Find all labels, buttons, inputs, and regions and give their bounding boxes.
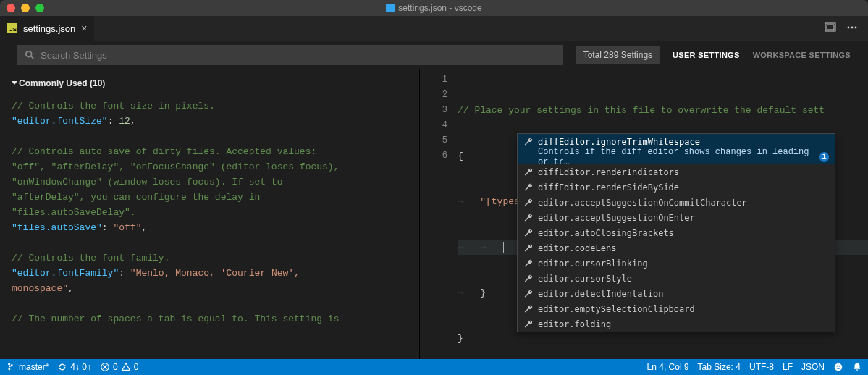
settings-count: Total 289 Settings (576, 46, 660, 64)
suggestion-item[interactable]: editor.acceptSuggestionOnCommitCharacter (518, 195, 835, 210)
tab-user-settings[interactable]: USER SETTINGS (673, 51, 740, 59)
wrench-icon (523, 137, 534, 147)
chevron-down-icon[interactable] (12, 81, 17, 85)
feedback-icon[interactable] (833, 362, 843, 372)
wrench-icon (523, 258, 534, 269)
wrench-icon (523, 182, 534, 193)
svg-point-12 (839, 366, 840, 367)
tab-workspace-settings[interactable]: WORKSPACE SETTINGS (753, 51, 851, 59)
wrench-icon (523, 228, 534, 238)
vscode-icon (386, 4, 395, 12)
svg-point-4 (855, 26, 857, 28)
section-title: Commonly Used (10) (19, 78, 105, 88)
encoding[interactable]: UTF-8 (749, 362, 774, 372)
search-input[interactable]: Search Settings (17, 45, 563, 65)
wrench-icon (523, 274, 534, 284)
tab-label: settings.json (23, 23, 75, 34)
tab-bar: JS settings.json × (0, 16, 868, 41)
wrench-icon (523, 198, 534, 208)
svg-point-10 (835, 363, 843, 371)
defaults-code: // Controls the font size in pixels. "ed… (12, 98, 408, 326)
titlebar: settings.json - vscode (0, 0, 868, 16)
js-file-icon: JS (7, 23, 17, 33)
search-placeholder: Search Settings (41, 50, 107, 61)
git-branch[interactable]: master* (6, 362, 49, 372)
wrench-icon (523, 304, 534, 314)
svg-point-11 (836, 366, 838, 367)
wrench-icon (523, 213, 534, 223)
suggestion-item[interactable]: editor.acceptSuggestionOnEnter (518, 210, 835, 225)
suggestion-widget[interactable]: diffEditor.ignoreTrimWhitespace Controls… (517, 133, 835, 332)
line-gutter: 1 2 3 4 5 6 (420, 69, 458, 359)
suggestion-item[interactable]: editor.folding (518, 316, 835, 332)
notifications-icon[interactable] (852, 362, 862, 372)
language-mode[interactable]: JSON (801, 362, 825, 372)
window-title: settings.json - vscode (398, 3, 481, 13)
wrench-icon (523, 243, 534, 253)
indentation[interactable]: Tab Size: 4 (698, 362, 741, 372)
suggestion-item[interactable]: editor.autoClosingBrackets (518, 225, 835, 240)
suggestion-item[interactable]: diffEditor.renderSideBySide (518, 180, 835, 195)
svg-point-2 (848, 26, 850, 28)
git-sync[interactable]: 4↓ 0↑ (57, 362, 91, 372)
search-icon (25, 50, 35, 60)
cursor-position[interactable]: Ln 4, Col 9 (647, 362, 689, 372)
info-icon[interactable]: i (819, 152, 829, 162)
wrench-icon (523, 319, 534, 329)
suggestion-item[interactable]: editor.emptySelectionClipboard (518, 301, 835, 316)
close-icon[interactable]: × (81, 22, 87, 34)
editor-pane[interactable]: 1 2 3 4 5 6 // Place your settings in th… (420, 69, 868, 359)
more-actions-icon[interactable] (846, 22, 858, 35)
suggestion-detail: Controls if the diff editor shows change… (518, 149, 835, 164)
wrench-icon (523, 289, 534, 299)
svg-rect-1 (827, 25, 834, 30)
suggestion-item[interactable]: editor.cursorStyle (518, 271, 835, 286)
status-bar: master* 4↓ 0↑ 0 0 Ln 4, Col 9 Tab Size: … (0, 359, 868, 375)
defaults-pane[interactable]: Commonly Used (10) // Controls the font … (0, 69, 420, 359)
wrench-icon (523, 167, 534, 177)
eol[interactable]: LF (783, 362, 793, 372)
svg-point-3 (851, 26, 854, 28)
split-editor-icon[interactable] (825, 22, 836, 35)
suggestion-item[interactable]: editor.codeLens (518, 240, 835, 256)
svg-point-5 (26, 51, 32, 57)
suggestion-item[interactable]: editor.detectIndentation (518, 286, 835, 301)
problems[interactable]: 0 0 (100, 362, 138, 372)
svg-line-6 (31, 56, 34, 59)
suggestion-item[interactable]: editor.cursorBlinking (518, 256, 835, 271)
text-cursor (503, 242, 504, 253)
settings-toolbar: Search Settings Total 289 Settings USER … (0, 41, 868, 69)
tab-settings-json[interactable]: JS settings.json × (0, 16, 94, 41)
